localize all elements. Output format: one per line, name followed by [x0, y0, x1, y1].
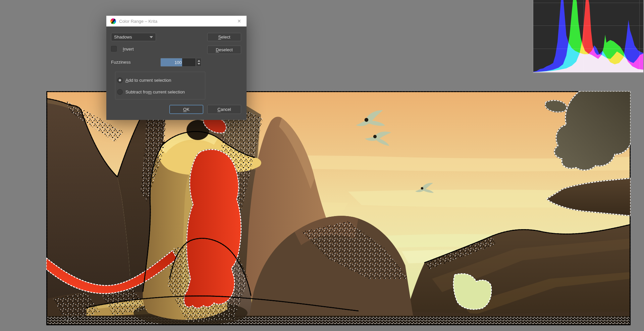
fuzziness-slider[interactable]: 100 — [160, 58, 196, 67]
dialog-titlebar[interactable]: Color Range – Krita ✕ — [106, 16, 247, 27]
spin-down-icon[interactable] — [198, 63, 200, 65]
radio-add-to-selection[interactable]: Add to current selection — [117, 76, 171, 84]
close-icon[interactable]: ✕ — [236, 18, 242, 24]
color-range-dialog: Color Range – Krita ✕ Shadows Select Inv… — [106, 16, 247, 120]
radio-icon — [117, 89, 123, 95]
krita-logo-icon — [110, 18, 116, 24]
deselect-button[interactable]: Deselect — [207, 46, 241, 54]
canvas-artwork[interactable] — [46, 91, 631, 325]
radio-icon — [117, 77, 123, 83]
fuzziness-label: Fuzziness — [111, 60, 131, 65]
range-type-value: Shadows — [114, 35, 132, 40]
fuzziness-value: 100 — [161, 58, 196, 66]
histogram-docker[interactable] — [533, 0, 644, 73]
invert-label: Invert — [123, 47, 134, 52]
ok-button[interactable]: OK — [169, 105, 203, 114]
cancel-button[interactable]: Cancel — [207, 105, 241, 114]
fuzziness-spinner[interactable] — [196, 58, 202, 67]
range-type-dropdown[interactable]: Shadows — [111, 33, 156, 41]
dialog-title: Color Range – Krita — [119, 19, 157, 24]
spin-up-icon[interactable] — [198, 60, 200, 62]
invert-checkbox[interactable] — [111, 46, 117, 52]
chevron-down-icon — [150, 36, 153, 38]
select-button[interactable]: Select — [207, 33, 241, 41]
radio-subtract-from-selection[interactable]: Subtract from current selection — [117, 88, 185, 95]
